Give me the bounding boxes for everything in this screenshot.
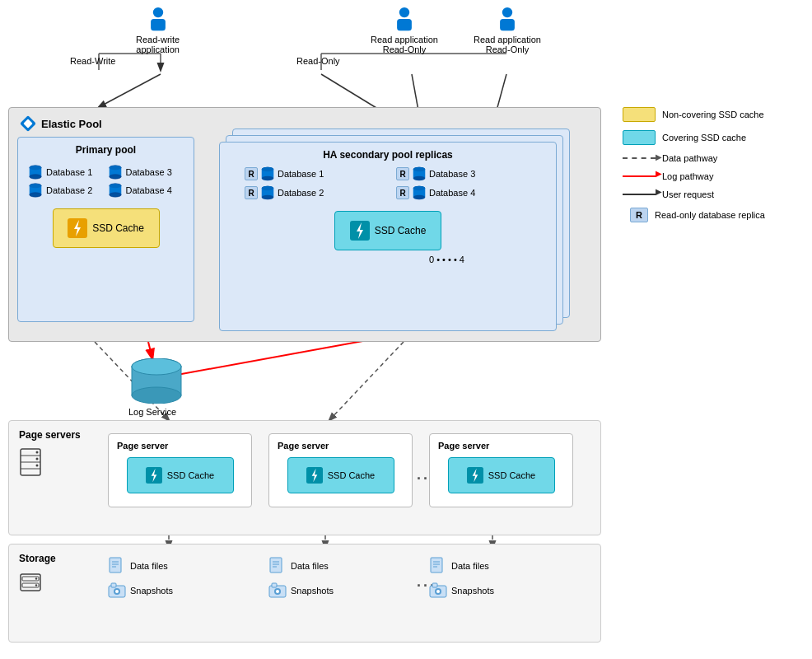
ha-ssd-cache: SSD Cache [334, 211, 441, 250]
storage-group-3: Data files Snapshots [429, 557, 494, 600]
svg-point-52 [262, 195, 274, 199]
log-cylinder [128, 358, 177, 404]
svg-point-35 [30, 184, 42, 188]
primary-db-grid: Database 1 Database 3 [18, 161, 194, 202]
svg-rect-87 [111, 583, 116, 587]
ha-db2-icon [260, 185, 275, 201]
db2-icon [28, 182, 43, 199]
datafile-icon-2 [268, 557, 287, 575]
page-server-3-cache: SSD Cache [448, 457, 555, 493]
svg-line-4 [148, 342, 152, 358]
r-badge-4: R [396, 186, 409, 199]
svg-rect-90 [270, 558, 282, 573]
svg-rect-103 [432, 583, 437, 587]
svg-point-49 [413, 167, 426, 171]
svg-point-34 [30, 193, 42, 197]
read-write-label: Read-Write [70, 56, 115, 66]
read-app-2-item: Read application Read-Only [474, 7, 541, 54]
svg-point-20 [502, 7, 512, 17]
storage-datafiles-1: Data files [108, 557, 173, 575]
cylinder-svg [128, 358, 185, 404]
storage-snapshots-2: Snapshots [268, 582, 334, 600]
storage-snapshots-1: Snapshots [108, 582, 173, 600]
snapshot-icon-1 [108, 582, 126, 600]
page-server-1-cache: SSD Cache [127, 457, 234, 493]
readonly-label-3: Read-Only [486, 44, 530, 54]
ha-db2-label: Database 2 [278, 188, 324, 198]
legend-readonly-replica: R Read-only database replica [623, 208, 808, 222]
svg-point-63 [132, 358, 181, 375]
page-servers-section: Page servers Page server [8, 420, 601, 535]
svg-rect-19 [397, 19, 412, 30]
db4-label: Database 4 [126, 185, 172, 195]
svg-point-70 [36, 465, 39, 467]
svg-point-38 [109, 193, 121, 197]
datafile-icon-1 [108, 557, 126, 575]
svg-point-16 [152, 7, 162, 17]
elastic-pool-icon [19, 115, 37, 133]
svg-rect-21 [500, 19, 515, 30]
svg-point-62 [132, 387, 181, 404]
storage-datafiles-2: Data files [268, 557, 334, 575]
storage-group-2: Data files Snapshots [268, 557, 334, 600]
svg-point-18 [399, 7, 409, 17]
readwrite-app-item: Read-writeapplication [136, 7, 180, 54]
db-item-1: Database 1 [28, 164, 105, 180]
ha-db-item-4: R Database 4 [396, 185, 531, 201]
main-container: Read-Write Read-writeapplication Read-On… [0, 0, 812, 659]
primary-pool: Primary pool Database 1 [17, 137, 194, 322]
ha-db-item-3: R Database 3 [396, 166, 531, 182]
svg-point-68 [36, 451, 39, 454]
legend-log-pathway: Log pathway [623, 171, 808, 181]
svg-point-105 [436, 590, 440, 593]
svg-point-81 [35, 584, 37, 586]
svg-rect-17 [151, 19, 166, 30]
snapshot-icon-3 [429, 582, 447, 600]
readwrite-app-label: Read-writeapplication [136, 35, 180, 54]
svg-line-7 [329, 342, 404, 420]
svg-point-69 [36, 458, 39, 460]
r-badge-3: R [396, 167, 409, 180]
svg-point-45 [262, 167, 274, 171]
svg-point-57 [413, 186, 426, 190]
svg-point-48 [413, 176, 426, 180]
page-servers-icon [19, 447, 81, 479]
svg-point-97 [276, 590, 279, 593]
storage-icon [19, 571, 56, 596]
svg-point-27 [30, 166, 42, 170]
db2-label: Database 2 [46, 185, 92, 195]
svg-point-30 [109, 175, 121, 179]
ha-db3-icon [412, 166, 427, 182]
ha-db4-icon [412, 185, 427, 201]
legend-area: Non-covering SSD cache Covering SSD cach… [623, 107, 808, 231]
elastic-pool-label: Elastic Pool [19, 115, 102, 133]
legend-covering-ssd: Covering SSD cache [623, 130, 808, 145]
storage-datafiles-3: Data files [429, 557, 494, 575]
storage-snapshots-3: Snapshots [429, 582, 494, 600]
diagram-area: Read-Write Read-writeapplication Read-On… [0, 0, 812, 659]
svg-rect-98 [431, 558, 442, 573]
db3-label: Database 3 [126, 167, 172, 177]
db1-label: Database 1 [46, 167, 92, 177]
read-app-2-label: Read application [474, 35, 541, 44]
log-service-area: Log Service [128, 358, 177, 417]
page-server-3: Page server SSD Cache [429, 433, 573, 507]
svg-point-31 [109, 166, 121, 170]
legend-non-covering-ssd: Non-covering SSD cache [623, 107, 808, 122]
page-server-3-title: Page server [438, 441, 564, 451]
legend-user-request: User request [623, 189, 808, 199]
replica-indicator: 0 • • • • 4 [429, 255, 464, 264]
ha-pool-stack: HA secondary pool replicas R Database 1 [219, 129, 586, 330]
snapshot-icon-2 [268, 582, 287, 600]
svg-point-53 [262, 186, 274, 190]
svg-point-80 [35, 577, 37, 579]
svg-rect-82 [110, 558, 121, 573]
person-readwrite-icon [145, 7, 171, 33]
page-servers-label: Page servers [19, 429, 81, 479]
db-item-2: Database 2 [28, 182, 105, 199]
storage-device-icon [19, 571, 42, 594]
ha-db1-icon [260, 166, 275, 182]
elastic-pool: Elastic Pool Primary pool Database 1 [8, 107, 601, 342]
flash-icon-ps3 [467, 467, 483, 484]
readonly-label-1: Read-Only [296, 56, 340, 66]
